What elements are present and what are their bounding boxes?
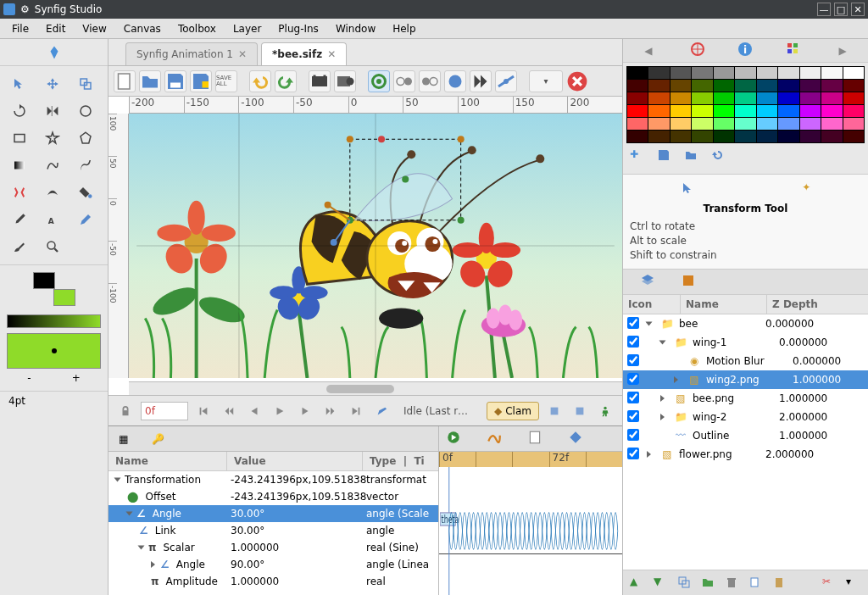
palette-color[interactable] [735, 131, 755, 142]
params-col-type[interactable]: Type [370, 455, 396, 467]
minimize-button[interactable]: — [817, 3, 831, 16]
palette-color[interactable] [778, 67, 798, 79]
animate-person-icon[interactable] [595, 401, 615, 421]
palette-color[interactable] [843, 80, 864, 92]
layer-group-button[interactable] [701, 576, 716, 591]
param-row[interactable]: πScalar1.000000real (Sine) [108, 539, 438, 556]
palette-color[interactable] [692, 131, 712, 142]
keyframes-tab-icon[interactable] [568, 430, 583, 448]
palette-color[interactable] [714, 92, 734, 104]
palette-color[interactable] [692, 67, 712, 79]
animate-mode-button[interactable] [371, 401, 392, 421]
palette-color[interactable] [778, 92, 798, 104]
palette-color[interactable] [714, 131, 734, 142]
layer-cut-button[interactable]: ✂ [822, 576, 837, 591]
tab-close-icon[interactable]: ✕ [238, 48, 247, 60]
palette-color[interactable] [648, 118, 669, 130]
palette-color[interactable] [714, 80, 734, 92]
curve-graph[interactable]: theta [439, 467, 622, 595]
keyframe-past-button[interactable] [544, 401, 565, 421]
params-col-value[interactable]: Value [227, 452, 363, 470]
palette-refresh-button[interactable] [711, 148, 728, 165]
palette-color[interactable] [692, 80, 712, 92]
rotate-tool[interactable] [5, 98, 34, 124]
layer-more-button[interactable]: ▾ [846, 576, 861, 591]
rectangle-tool[interactable] [5, 125, 34, 151]
navigator-tab-icon[interactable] [690, 42, 705, 59]
maximize-button[interactable]: □ [834, 3, 848, 16]
layer-row[interactable]: ▧wing2.png1.000000 [623, 370, 868, 389]
palette-color[interactable] [714, 118, 734, 130]
palette-color[interactable] [627, 118, 648, 130]
param-row[interactable]: ⬤Offset-243.241396px,109.51838vector [108, 488, 438, 505]
param-row[interactable]: πAmplitude1.000000real [108, 573, 438, 590]
brush-tool[interactable] [5, 234, 34, 259]
palette-color[interactable] [800, 80, 821, 92]
seek-end-button[interactable] [346, 401, 366, 421]
palette-color[interactable] [670, 118, 691, 130]
keyframe-future-button[interactable] [570, 401, 590, 421]
palette-color[interactable] [757, 105, 777, 117]
palette-color[interactable] [843, 131, 864, 142]
layer-delete-button[interactable] [725, 576, 740, 591]
menu-help[interactable]: Help [384, 23, 424, 35]
param-row[interactable]: ∠Angle90.00°angle (Linea [108, 556, 438, 573]
menu-layer[interactable]: Layer [225, 23, 270, 35]
undo-button[interactable] [249, 70, 271, 92]
layer-row[interactable]: 〰Outline1.000000 [623, 426, 868, 445]
layer-row[interactable]: ▧bee.png1.000000 [623, 389, 868, 408]
palette-color[interactable] [627, 92, 648, 104]
onion-next-button[interactable] [419, 70, 441, 92]
menu-window[interactable]: Window [327, 23, 384, 35]
palette-color[interactable] [735, 80, 755, 92]
layer-visible-checkbox[interactable] [627, 410, 639, 422]
palette-color[interactable] [692, 118, 712, 130]
stroke-width[interactable]: 4pt [0, 391, 108, 410]
canvas-browser-tab-icon[interactable] [681, 273, 696, 291]
draw-tool[interactable] [71, 153, 100, 178]
onion-skin-button[interactable] [368, 70, 390, 92]
layer-visible-checkbox[interactable] [627, 354, 639, 366]
gradient-tool[interactable] [5, 153, 34, 178]
palette-color[interactable] [757, 131, 777, 142]
info-tab-icon[interactable]: i [737, 42, 753, 59]
children-tab-icon[interactable]: 🔑 [148, 430, 168, 448]
palette-color[interactable] [757, 92, 777, 104]
palette-color[interactable] [800, 118, 821, 130]
palette-open-button[interactable] [684, 148, 701, 165]
layer-row[interactable]: 📁wing-22.000000 [623, 408, 868, 426]
layer-row[interactable]: ◉Motion Blur0.000000 [623, 352, 868, 370]
menu-edit[interactable]: Edit [37, 23, 74, 35]
layer-down-button[interactable]: ▼ [654, 576, 669, 591]
redo-button[interactable] [275, 70, 297, 92]
fill-tool[interactable] [71, 180, 100, 205]
gradient-swatch[interactable] [7, 314, 101, 328]
close-button[interactable]: ✕ [851, 3, 865, 16]
palette-color[interactable] [778, 105, 798, 117]
scale-tool[interactable] [71, 71, 100, 97]
cutout-tool[interactable] [5, 180, 34, 205]
palette-color[interactable] [627, 80, 648, 92]
curve-time-ruler[interactable]: 0f 72f [439, 452, 622, 467]
palette-color[interactable] [757, 67, 777, 79]
palette-tab-icon[interactable] [786, 42, 801, 59]
text-tool[interactable]: A [38, 207, 67, 232]
palette-color[interactable] [735, 92, 755, 104]
curves-tab-icon[interactable] [487, 430, 502, 448]
layer-copy-button[interactable] [748, 576, 764, 591]
palette-save-button[interactable] [657, 148, 674, 165]
quality-dropdown[interactable]: ▾ [529, 70, 563, 92]
palette-color[interactable] [627, 131, 648, 142]
sketch-tool[interactable] [71, 207, 100, 232]
menu-toolbox[interactable]: Toolbox [170, 23, 225, 35]
zoom-tool[interactable] [38, 234, 67, 259]
palette-color[interactable] [800, 92, 821, 104]
layers-tab-icon[interactable] [640, 273, 655, 291]
param-row[interactable]: ∠Angle30.00°angle (Scale [108, 505, 438, 522]
seek-prev-frame-button[interactable] [244, 401, 264, 421]
document-tab[interactable]: *bee.sifz✕ [261, 42, 347, 65]
palette-color[interactable] [821, 105, 842, 117]
palette-color[interactable] [778, 80, 798, 92]
panel-nav-left[interactable]: ◀ [639, 45, 657, 57]
tab-close-icon[interactable]: ✕ [327, 48, 336, 60]
